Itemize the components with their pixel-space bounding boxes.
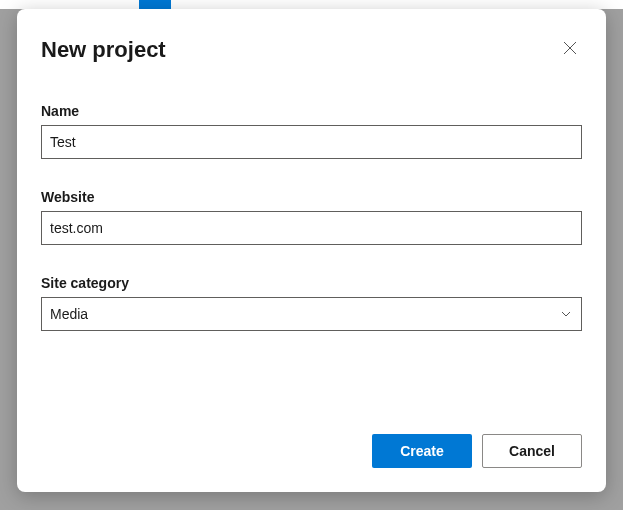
name-label: Name [41, 103, 582, 119]
website-input[interactable] [41, 211, 582, 245]
dialog-header: New project [41, 37, 582, 63]
close-button[interactable] [558, 37, 582, 61]
dialog-title: New project [41, 37, 166, 63]
category-label: Site category [41, 275, 582, 291]
new-project-dialog: New project Name Website Site category M… [17, 9, 606, 492]
category-field-group: Site category Media [41, 275, 582, 331]
category-select-wrapper: Media [41, 297, 582, 331]
close-icon [563, 41, 577, 58]
website-field-group: Website [41, 189, 582, 245]
background-strip [0, 0, 623, 9]
cancel-button[interactable]: Cancel [482, 434, 582, 468]
category-select[interactable]: Media [41, 297, 582, 331]
website-label: Website [41, 189, 582, 205]
create-button[interactable]: Create [372, 434, 472, 468]
background-accent [139, 0, 171, 9]
dialog-footer: Create Cancel [41, 434, 582, 468]
name-input[interactable] [41, 125, 582, 159]
name-field-group: Name [41, 103, 582, 159]
